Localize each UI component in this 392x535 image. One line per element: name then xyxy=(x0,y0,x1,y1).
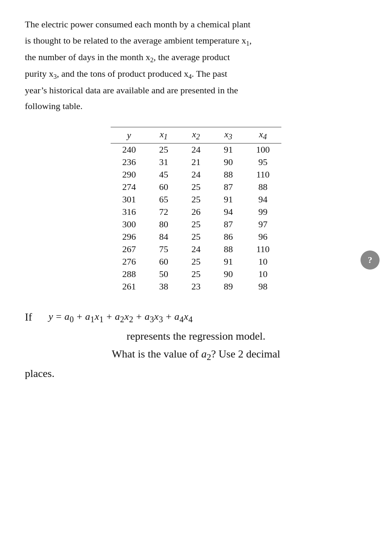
cell-r11-c0: 261 xyxy=(111,280,148,294)
cell-r1-c2: 21 xyxy=(180,156,212,168)
cell-r3-c2: 25 xyxy=(180,181,212,193)
cell-r5-c3: 94 xyxy=(212,206,244,218)
cell-r2-c4: 110 xyxy=(244,168,281,181)
cell-r5-c0: 316 xyxy=(111,206,148,218)
table-row: 290452488110 xyxy=(111,168,281,181)
bottom-section: If y = a0 + a1x1 + a2x2 + a3x3 + a4x4 re… xyxy=(25,311,367,380)
intro-line2: is thought to be related to the average … xyxy=(25,35,246,46)
cell-r7-c1: 84 xyxy=(148,231,180,243)
cell-r1-c4: 95 xyxy=(244,156,281,168)
cell-r2-c3: 88 xyxy=(212,168,244,181)
cell-r9-c1: 60 xyxy=(148,255,180,268)
cell-r0-c3: 91 xyxy=(212,143,244,156)
cell-r3-c4: 88 xyxy=(244,181,281,193)
cell-r5-c2: 26 xyxy=(180,206,212,218)
cell-r4-c0: 301 xyxy=(111,193,148,206)
cell-r9-c2: 25 xyxy=(180,255,212,268)
intro-paragraph: The electric power consumed each month b… xyxy=(25,17,367,114)
cell-r10-c0: 288 xyxy=(111,268,148,280)
cell-r2-c0: 290 xyxy=(111,168,148,181)
sub1: 1 xyxy=(246,40,249,47)
cell-r7-c3: 86 xyxy=(212,231,244,243)
cell-r3-c0: 274 xyxy=(111,181,148,193)
intro-line4: purity x xyxy=(25,68,53,79)
cell-r1-c0: 236 xyxy=(111,156,148,168)
cell-r6-c1: 80 xyxy=(148,218,180,231)
cell-r3-c1: 60 xyxy=(148,181,180,193)
intro-line3b: , the average product xyxy=(153,52,230,62)
cell-r4-c2: 25 xyxy=(180,193,212,206)
cell-r7-c2: 25 xyxy=(180,231,212,243)
cell-r0-c1: 25 xyxy=(148,143,180,156)
formula: y = a0 + a1x1 + a2x2 + a3x3 + a4x4 xyxy=(48,311,193,324)
cell-r8-c3: 88 xyxy=(212,243,244,255)
cell-r6-c3: 87 xyxy=(212,218,244,231)
help-button[interactable]: ? xyxy=(361,250,380,270)
cell-r0-c2: 24 xyxy=(180,143,212,156)
col-x3-header: x3 xyxy=(212,127,244,143)
col-x1-header: x1 xyxy=(148,127,180,143)
table-row: 23631219095 xyxy=(111,156,281,168)
cell-r9-c0: 276 xyxy=(111,255,148,268)
cell-r2-c2: 24 xyxy=(180,168,212,181)
col-x2-header: x2 xyxy=(180,127,212,143)
cell-r1-c3: 90 xyxy=(212,156,244,168)
cell-r6-c4: 97 xyxy=(244,218,281,231)
intro-line4c: . The past xyxy=(192,68,227,79)
cell-r10-c3: 90 xyxy=(212,268,244,280)
cell-r4-c1: 65 xyxy=(148,193,180,206)
intro-line6: following table. xyxy=(25,101,82,111)
cell-r0-c4: 100 xyxy=(244,143,281,156)
cell-r8-c1: 75 xyxy=(148,243,180,255)
table-row: 240252491100 xyxy=(111,143,281,156)
cell-r2-c1: 45 xyxy=(148,168,180,181)
cell-r0-c0: 240 xyxy=(111,143,148,156)
cell-r10-c2: 25 xyxy=(180,268,212,280)
represents-line: represents the regression model. xyxy=(25,328,367,345)
cell-r8-c0: 267 xyxy=(111,243,148,255)
cell-r5-c4: 99 xyxy=(244,206,281,218)
table-row: 29684258696 xyxy=(111,231,281,243)
intro-line3: the number of days in the month x xyxy=(25,52,150,62)
table-row: 267752488110 xyxy=(111,243,281,255)
data-table: y x1 x2 x3 x4 24025249110023631219095290… xyxy=(111,127,281,294)
col-y-header: y xyxy=(111,127,148,143)
cell-r7-c0: 296 xyxy=(111,231,148,243)
table-row: 30080258797 xyxy=(111,218,281,231)
table-row: 30165259194 xyxy=(111,193,281,206)
col-x4-header: x4 xyxy=(244,127,281,143)
sub4: 4 xyxy=(189,73,192,80)
intro-line5: year’s historical data are available and… xyxy=(25,85,238,95)
table-row: 31672269499 xyxy=(111,206,281,218)
cell-r8-c2: 24 xyxy=(180,243,212,255)
cell-r7-c4: 96 xyxy=(244,231,281,243)
cell-r11-c3: 89 xyxy=(212,280,244,294)
table-row: 26138238998 xyxy=(111,280,281,294)
table-row: 27460258788 xyxy=(111,181,281,193)
cell-r4-c3: 91 xyxy=(212,193,244,206)
cell-r8-c4: 110 xyxy=(244,243,281,255)
cell-r9-c4: 10 xyxy=(244,255,281,268)
if-row: If y = a0 + a1x1 + a2x2 + a3x3 + a4x4 xyxy=(25,311,367,324)
cell-r9-c3: 91 xyxy=(212,255,244,268)
cell-r5-c1: 72 xyxy=(148,206,180,218)
sub3: 3 xyxy=(53,73,57,80)
question-line: What is the value of a2? Use 2 decimal xyxy=(25,345,367,365)
intro-line1: The electric power consumed each month b… xyxy=(25,19,250,29)
cell-r11-c2: 23 xyxy=(180,280,212,294)
places-line: places. xyxy=(25,367,367,380)
if-label: If xyxy=(25,311,32,324)
cell-r11-c4: 98 xyxy=(244,280,281,294)
cell-r6-c2: 25 xyxy=(180,218,212,231)
cell-r10-c1: 50 xyxy=(148,268,180,280)
cell-r3-c3: 87 xyxy=(212,181,244,193)
cell-r4-c4: 94 xyxy=(244,193,281,206)
table-header-row: y x1 x2 x3 x4 xyxy=(111,127,281,143)
cell-r10-c4: 10 xyxy=(244,268,281,280)
data-table-wrapper: y x1 x2 x3 x4 24025249110023631219095290… xyxy=(25,127,367,294)
table-row: 28850259010 xyxy=(111,268,281,280)
cell-r6-c0: 300 xyxy=(111,218,148,231)
cell-r1-c1: 31 xyxy=(148,156,180,168)
intro-line4b: , and the tons of product produced x xyxy=(57,68,189,79)
table-row: 27660259110 xyxy=(111,255,281,268)
